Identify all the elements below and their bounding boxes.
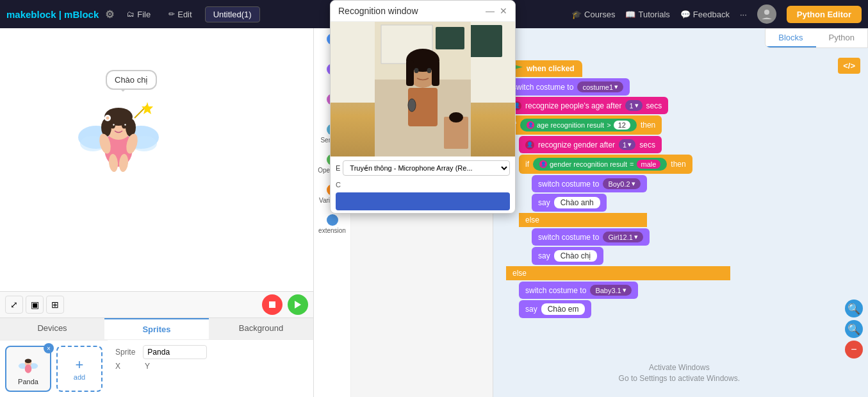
if-age-block[interactable]: if 👤 age recognition result > 12 then xyxy=(506,115,855,135)
brand-text: makeblock | mBlock xyxy=(6,9,99,20)
when-clicked-label: when clicked xyxy=(527,64,575,73)
feedback-link[interactable]: 💬 Feedback xyxy=(680,10,730,19)
tutorials-link[interactable]: 📖 Tutorials xyxy=(625,10,669,19)
then-label-2: then xyxy=(671,160,685,169)
svg-point-13 xyxy=(122,123,127,129)
feedback-icon: 💬 xyxy=(680,10,691,19)
age-condition: 👤 age recognition result > 12 xyxy=(520,119,637,131)
switch-girl-label: switch costume to xyxy=(538,233,599,242)
activate-line1: Activate Windows xyxy=(619,362,740,373)
say-em-val: Chào em xyxy=(541,303,585,315)
sprites-tab[interactable]: Sprites xyxy=(104,318,209,339)
switch-boy-block[interactable]: switch costume to Boy0.2▾ xyxy=(532,175,855,192)
recognition-dropdown[interactable]: Truyền thông - Microphone Array (Re... xyxy=(343,160,510,176)
bottom-tabs: Devices Sprites Background xyxy=(0,317,313,339)
stop-icon xyxy=(269,301,275,308)
boy-dropdown[interactable]: Boy0.2▾ xyxy=(603,178,640,189)
age-val-dropdown[interactable]: 1▾ xyxy=(625,100,642,111)
sprites-panel: × Panda + add xyxy=(0,340,108,397)
recognition-dropdown-row: E Truyền thông - Microphone Array (Re... xyxy=(331,156,515,180)
else-block-2: else xyxy=(506,266,855,280)
recognition-window-controls: — ✕ xyxy=(486,6,507,16)
say-chi-block[interactable]: say Chào chị xyxy=(532,247,855,265)
eq-label: = xyxy=(630,160,634,168)
zoom-reset-btn[interactable]: − xyxy=(845,341,863,359)
sprite-name-row: Sprite xyxy=(115,345,306,359)
stop-button[interactable] xyxy=(262,294,283,315)
code-area: when clicked switch costume to costume1▾… xyxy=(493,28,868,397)
say-anh-val: Chào anh xyxy=(554,197,600,208)
brand-logo: makeblock | mBlock ⚙ xyxy=(6,8,114,21)
recognize-age-block[interactable]: 👤 recognize people's age after 1▾ secs xyxy=(506,97,855,114)
stage-area: Chào chị xyxy=(0,28,313,291)
code-toggle-btn[interactable]: </> xyxy=(838,58,860,74)
say-em-block[interactable]: say Chào em xyxy=(519,300,855,318)
sprite-close-btn[interactable]: × xyxy=(44,343,54,353)
svg-point-36 xyxy=(427,68,432,73)
gender-val-dropdown[interactable]: 1▾ xyxy=(619,139,635,150)
recognition-minimize-btn[interactable]: — xyxy=(486,6,495,16)
girl-dropdown[interactable]: Girl12.1▾ xyxy=(603,232,643,242)
stage-canvas: Chào chị xyxy=(0,28,313,291)
svg-point-38 xyxy=(408,99,416,112)
say-label-2: say xyxy=(538,251,550,260)
play-button[interactable] xyxy=(288,294,308,315)
python-tab[interactable]: Python xyxy=(816,29,867,47)
say-anh-block[interactable]: say Chào anh xyxy=(532,194,855,212)
more-menu[interactable]: ··· xyxy=(740,10,747,19)
add-sprite-btn[interactable]: + add xyxy=(56,346,102,392)
zoom-buttons: 🔍 🔍 − xyxy=(845,300,863,359)
courses-icon: 🎓 xyxy=(571,10,582,19)
recognize-gender-block[interactable]: 👤 recognize gender after 1▾ secs xyxy=(519,136,855,153)
stage-controls: ⤢ ▣ ⊞ xyxy=(0,291,313,317)
switch-baby-block[interactable]: switch costume to Baby3.1▾ xyxy=(519,282,855,299)
else-block-1: else xyxy=(519,213,855,227)
grid-view-btn[interactable]: ⊞ xyxy=(46,296,64,314)
file-menu[interactable]: 🗂 File xyxy=(122,7,156,22)
secs-label-1: secs xyxy=(646,101,662,110)
recognize-age-label: recognize people's age after xyxy=(525,101,621,110)
blocks-tab[interactable]: Blocks xyxy=(766,29,815,47)
switch-baby-label: switch costume to xyxy=(525,286,586,295)
normal-view-btn[interactable]: ▣ xyxy=(26,296,44,314)
svg-point-14 xyxy=(113,124,114,125)
brand-icon: ⚙ xyxy=(105,8,114,21)
switch-costume-block[interactable]: switch costume to costume1▾ xyxy=(506,78,855,96)
person-svg xyxy=(375,22,471,156)
if-label-2: if xyxy=(525,160,529,169)
svg-point-26 xyxy=(25,364,32,373)
recognition-header: Recognition window — ✕ xyxy=(331,1,515,22)
nav-links: 🎓 Courses 📖 Tutorials 💬 Feedback ··· Pyt… xyxy=(571,4,862,24)
age-result-label: age recognition result xyxy=(537,121,604,129)
if-gender-block[interactable]: if 👤 gender recognition result = male th… xyxy=(519,155,855,174)
recognition-close-btn[interactable]: ✕ xyxy=(500,6,507,16)
play-icon xyxy=(295,301,301,308)
zoom-in-btn[interactable]: 🔍 xyxy=(845,300,863,317)
switch-boy-label: switch costume to xyxy=(538,180,599,189)
background-tab[interactable]: Background xyxy=(209,318,313,339)
project-title[interactable]: Untitled(1) xyxy=(205,6,260,22)
cat-extension[interactable]: extension xyxy=(314,209,350,239)
expand-view-btn[interactable]: ⤢ xyxy=(5,296,23,314)
gender-result-label: gender recognition result xyxy=(550,160,627,168)
switch-girl-block[interactable]: switch costume to Girl12.1▾ xyxy=(532,228,855,246)
sprite-name-input[interactable] xyxy=(143,345,207,359)
recognize-gender-label: recognize gender after xyxy=(538,140,615,149)
python-editor-button[interactable]: Python Editor xyxy=(787,6,862,23)
sprite-thumbnail xyxy=(17,352,40,375)
then-label-1: then xyxy=(641,121,655,130)
stage-action-buttons xyxy=(262,294,308,315)
male-val: male xyxy=(637,160,661,169)
stage-view-buttons: ⤢ ▣ ⊞ xyxy=(5,296,64,314)
svg-point-11 xyxy=(106,117,110,120)
x-label: X xyxy=(115,362,120,371)
costume1-dropdown[interactable]: costume1▾ xyxy=(577,81,623,92)
zoom-out-btn[interactable]: 🔍 xyxy=(845,320,863,338)
baby-dropdown[interactable]: Baby3.1▾ xyxy=(590,285,631,296)
when-clicked-block[interactable]: when clicked xyxy=(506,60,855,77)
user-avatar[interactable] xyxy=(757,4,776,24)
edit-menu[interactable]: ✏ Edit xyxy=(163,7,197,22)
devices-tab[interactable]: Devices xyxy=(0,318,104,339)
courses-link[interactable]: 🎓 Courses xyxy=(571,10,615,19)
sprite-item-panda[interactable]: × Panda xyxy=(5,346,51,392)
